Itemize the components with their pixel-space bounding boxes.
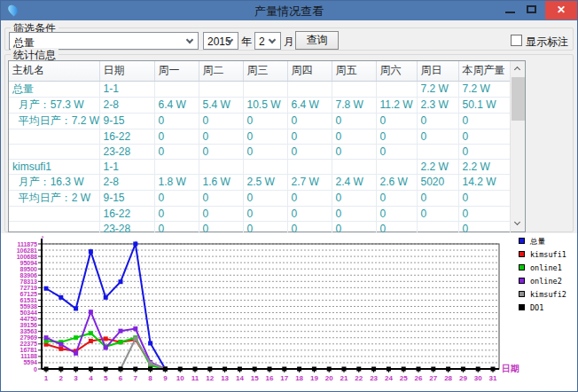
table-cell[interactable]: 月产：57.3 W — [9, 97, 99, 113]
table-cell[interactable]: 2.2 W — [417, 159, 458, 174]
table-cell[interactable]: 0 — [243, 144, 287, 159]
table-cell[interactable]: 月产：16.3 W — [9, 174, 99, 190]
column-header[interactable]: 周日 — [417, 61, 458, 81]
scrollbar-thumb[interactable] — [512, 77, 525, 121]
table-cell[interactable]: 0 — [243, 206, 287, 221]
table-cell[interactable] — [199, 81, 243, 97]
show-labels-checkbox[interactable]: 显示标注 — [511, 34, 573, 46]
table-cell[interactable]: 0 — [417, 206, 458, 221]
table-cell[interactable]: 0 — [332, 206, 376, 221]
table-cell[interactable]: 0 — [458, 206, 510, 221]
table-cell[interactable]: 平均日产：2 W — [9, 190, 99, 206]
table-cell[interactable]: 2.7 W — [287, 174, 332, 190]
table-cell[interactable]: 0 — [154, 113, 199, 129]
table-cell[interactable]: 0 — [199, 206, 243, 221]
table-row[interactable]: 总量1-17.2 W7.2 W — [9, 81, 510, 97]
table-cell[interactable]: 0 — [154, 144, 199, 159]
table-cell[interactable]: 0 — [199, 144, 243, 159]
table-cell[interactable] — [154, 159, 199, 174]
table-cell[interactable]: 0 — [154, 190, 199, 206]
table-cell[interactable]: 0 — [376, 144, 417, 159]
table-scrollbar[interactable] — [510, 61, 525, 231]
column-header[interactable]: 主机名 — [9, 61, 99, 81]
table-cell[interactable]: 2.5 W — [243, 174, 287, 190]
table-cell[interactable]: 2-8 — [99, 97, 154, 113]
table-cell[interactable]: 0 — [243, 190, 287, 206]
table-cell[interactable]: 1-1 — [99, 81, 154, 97]
table-cell[interactable]: 0 — [287, 206, 332, 221]
table-cell[interactable]: 0 — [154, 129, 199, 144]
table-cell[interactable]: 9-15 — [99, 113, 154, 129]
column-header[interactable]: 本周产量 — [458, 61, 510, 81]
column-header[interactable]: 周五 — [332, 61, 376, 81]
table-cell[interactable] — [243, 81, 287, 97]
table-cell[interactable]: 0 — [332, 190, 376, 206]
table-cell[interactable]: 0 — [458, 129, 510, 144]
table-cell[interactable]: 0 — [332, 113, 376, 129]
table-row[interactable]: 23-280000000 — [9, 144, 510, 159]
table-cell[interactable] — [287, 81, 332, 97]
table-cell[interactable]: 0 — [417, 113, 458, 129]
column-header[interactable]: 周六 — [376, 61, 417, 81]
maximize-button[interactable] — [522, 1, 542, 20]
column-header[interactable]: 周三 — [243, 61, 287, 81]
table-cell[interactable]: 2-8 — [99, 174, 154, 190]
minimize-button[interactable] — [501, 1, 520, 20]
table-cell[interactable]: 7.2 W — [458, 81, 510, 97]
scroll-down-button[interactable] — [511, 216, 526, 231]
table-cell[interactable]: 0 — [287, 113, 332, 129]
table-cell[interactable]: 总量 — [9, 81, 99, 97]
table-cell[interactable]: 0 — [417, 129, 458, 144]
table-cell[interactable] — [154, 81, 199, 97]
table-cell[interactable]: 50.1 W — [458, 97, 510, 113]
table-row[interactable]: 平均日产：7.2 W9-1500000000 — [9, 113, 510, 129]
column-header[interactable]: 周四 — [287, 61, 332, 81]
table-cell[interactable] — [332, 159, 376, 174]
table-cell[interactable]: 0 — [417, 190, 458, 206]
table-cell[interactable]: 0 — [376, 206, 417, 221]
table-cell[interactable]: 0 — [154, 206, 199, 221]
table-cell[interactable]: 0 — [199, 190, 243, 206]
table-cell[interactable]: 0 — [243, 113, 287, 129]
year-select[interactable]: 2015 — [203, 32, 238, 50]
table-cell[interactable]: 0 — [376, 113, 417, 129]
scroll-up-button[interactable] — [511, 61, 526, 76]
category-select[interactable]: 总量 — [9, 32, 199, 50]
table-cell[interactable]: 16-22 — [99, 206, 154, 221]
table-row[interactable]: 月产：16.3 W2-81.8 W1.6 W2.5 W2.7 W2.4 W2.6… — [9, 174, 510, 190]
table-cell[interactable]: 6.4 W — [154, 97, 199, 113]
table-cell[interactable] — [417, 144, 458, 159]
column-header[interactable]: 周二 — [199, 61, 243, 81]
table-cell[interactable]: kimsufi1 — [9, 159, 99, 174]
table-row[interactable]: 16-2200000000 — [9, 206, 510, 221]
table-cell[interactable] — [243, 159, 287, 174]
table-cell[interactable]: 2.3 W — [417, 97, 458, 113]
table-cell[interactable] — [199, 159, 243, 174]
table-cell[interactable]: 1.8 W — [154, 174, 199, 190]
table-cell[interactable]: 0 — [287, 190, 332, 206]
column-header[interactable]: 周一 — [154, 61, 199, 81]
table-cell[interactable]: 平均日产：7.2 W — [9, 113, 99, 129]
table-cell[interactable]: 0 — [332, 129, 376, 144]
table-row[interactable]: 16-2200000000 — [9, 129, 510, 144]
table-cell[interactable] — [9, 129, 99, 144]
table-cell[interactable] — [9, 206, 99, 221]
table-cell[interactable]: 14.2 W — [458, 174, 510, 190]
table-cell[interactable]: 10.5 W — [243, 97, 287, 113]
table-cell[interactable] — [332, 81, 376, 97]
table-cell[interactable]: 11.2 W — [376, 97, 417, 113]
column-header[interactable]: 日期 — [99, 61, 154, 81]
table-cell[interactable]: 7.2 W — [417, 81, 458, 97]
table-cell[interactable] — [287, 159, 332, 174]
table-cell[interactable]: 2.6 W — [376, 174, 417, 190]
table-cell[interactable]: 0 — [376, 190, 417, 206]
table-cell[interactable]: 0 — [199, 129, 243, 144]
table-cell[interactable]: 0 — [243, 129, 287, 144]
table-cell[interactable]: 5020 — [417, 174, 458, 190]
close-button[interactable]: ✕ — [545, 1, 577, 20]
table-cell[interactable]: 9-15 — [99, 190, 154, 206]
table-cell[interactable]: 7.8 W — [332, 97, 376, 113]
table-cell[interactable]: 1-1 — [99, 159, 154, 174]
table-cell[interactable] — [9, 144, 99, 159]
query-button[interactable]: 查询 — [295, 31, 339, 50]
